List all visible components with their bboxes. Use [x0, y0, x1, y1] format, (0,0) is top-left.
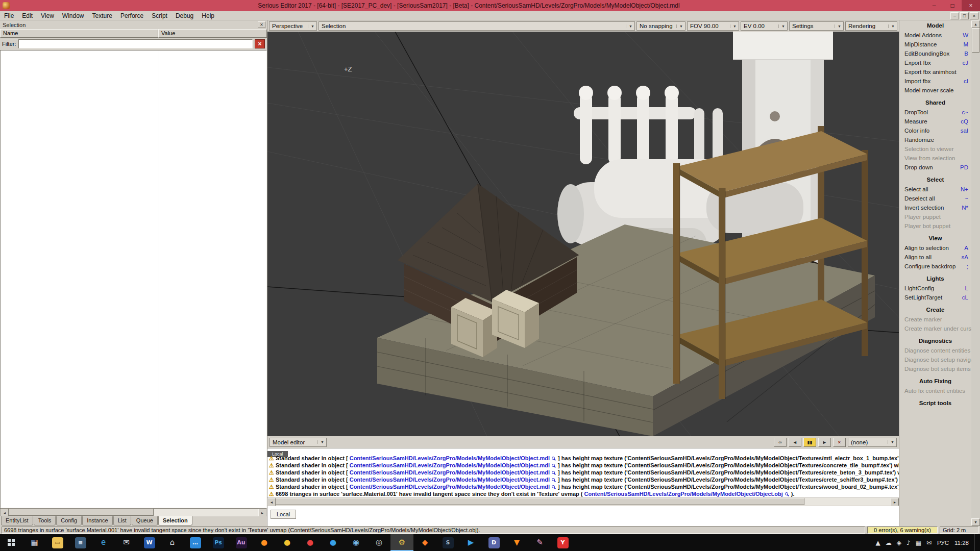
- chrome-icon[interactable]: ●: [276, 534, 299, 551]
- tab-selection[interactable]: Selection: [158, 516, 192, 525]
- log-line[interactable]: ⚠Standard shader in object [Content/Seri…: [267, 476, 899, 483]
- rendering-dropdown[interactable]: Rendering▼: [845, 21, 897, 31]
- task-view-icon[interactable]: ▦: [23, 534, 46, 551]
- rp-item-deselect-all[interactable]: Deselect all~: [899, 194, 971, 203]
- viewport-3d[interactable]: +Z: [267, 32, 899, 436]
- property-list[interactable]: [0, 50, 267, 508]
- log-link[interactable]: Content/SeriousSamHD/Levels/ZorgPro/Mode…: [350, 469, 550, 476]
- column-splitter[interactable]: [159, 51, 159, 508]
- settings-dropdown[interactable]: Settings▼: [789, 21, 844, 31]
- log-link[interactable]: Content/SeriousSamHD/Levels/ZorgPro/Mode…: [350, 462, 550, 469]
- menu-item-file[interactable]: File: [0, 12, 18, 20]
- hidden-icons-icon[interactable]: ▲: [875, 539, 880, 546]
- rp-item-model-mover-scale[interactable]: Model mover scale: [899, 86, 971, 95]
- messenger-icon[interactable]: …: [184, 534, 207, 551]
- log-link[interactable]: Content/SeriousSamHD/Levels/ZorgPro/Mode…: [350, 476, 550, 483]
- close-button[interactable]: ×: [962, 0, 980, 11]
- mdi-minimize-button[interactable]: –: [950, 12, 959, 19]
- log-link[interactable]: Content/SeriousSamHD/Levels/ZorgPro/Mode…: [350, 483, 550, 490]
- selection-mode-dropdown[interactable]: Selection▼: [318, 21, 635, 31]
- maximize-button[interactable]: □: [943, 0, 962, 11]
- mdi-maximize-button[interactable]: □: [960, 12, 969, 19]
- menu-item-edit[interactable]: Edit: [18, 12, 37, 20]
- menu-item-script[interactable]: Script: [148, 12, 172, 20]
- scroll-thumb[interactable]: [972, 28, 979, 53]
- filter-clear-button[interactable]: ×: [255, 39, 265, 48]
- start-button[interactable]: [0, 534, 23, 551]
- menu-item-window[interactable]: Window: [58, 12, 88, 20]
- rp-item-mipdistance[interactable]: MipDistanceM: [899, 40, 971, 49]
- menu-item-view[interactable]: View: [37, 12, 58, 20]
- discord-icon[interactable]: D: [482, 534, 505, 551]
- onedrive-icon[interactable]: ☁: [886, 539, 892, 546]
- rp-item-export-fbx[interactable]: Export fbxcJ: [899, 58, 971, 67]
- scroll-right-icon[interactable]: ►: [258, 509, 266, 517]
- notepad-icon[interactable]: ≡: [69, 534, 92, 551]
- edge-browser-icon[interactable]: e: [92, 534, 115, 551]
- log-link[interactable]: Content/SeriousSamHD/Levels/ZorgPro/Mode…: [350, 455, 550, 462]
- stop-button[interactable]: ×: [833, 438, 846, 447]
- rp-item-configure-backdrop[interactable]: Configure backdrop;: [899, 262, 971, 271]
- word-icon[interactable]: W: [138, 534, 161, 551]
- mail-icon[interactable]: ✉: [115, 534, 138, 551]
- loop-toggle-button[interactable]: ∞: [774, 438, 787, 447]
- opera-icon[interactable]: ●: [299, 534, 322, 551]
- rp-item-color-info[interactable]: Color infosaI: [899, 126, 971, 135]
- rp-item-model-addons[interactable]: Model AddonsW: [899, 31, 971, 40]
- animation-dropdown[interactable]: (none)▼: [848, 438, 897, 447]
- tab-queue[interactable]: Queue: [132, 516, 158, 525]
- log-link[interactable]: Content/SeriousSamHD/Levels/ZorgPro/Mode…: [584, 490, 782, 497]
- play-backward-button[interactable]: ◄: [789, 438, 801, 447]
- antivirus-icon[interactable]: ◈: [897, 539, 901, 546]
- menu-item-texture[interactable]: Texture: [88, 12, 116, 20]
- camera-icon[interactable]: ◉: [345, 534, 368, 551]
- filter-input[interactable]: [18, 39, 253, 48]
- panel-close-icon[interactable]: ×: [258, 21, 265, 28]
- log-line[interactable]: ⚠Standard shader in object [Content/Seri…: [267, 455, 899, 462]
- scroll-right-icon[interactable]: ►: [891, 498, 899, 506]
- menu-item-debug[interactable]: Debug: [172, 12, 198, 20]
- blender-icon[interactable]: ◆: [413, 534, 436, 551]
- tab-list[interactable]: List: [113, 516, 131, 525]
- scroll-left-icon[interactable]: ◄: [267, 498, 276, 506]
- editor-mode-dropdown[interactable]: Model editor▼: [270, 438, 327, 447]
- rp-item-lightconfig[interactable]: LightConfigL: [899, 284, 971, 293]
- serious-editor-icon[interactable]: ⚙: [390, 534, 413, 551]
- rp-item-invert-selection[interactable]: Invert selectionN*: [899, 203, 971, 212]
- scroll-thumb[interactable]: [9, 509, 154, 516]
- scroll-down-icon[interactable]: ▼: [971, 518, 980, 526]
- rp-item-select-all[interactable]: Select allN+: [899, 185, 971, 194]
- tab-tools[interactable]: Tools: [34, 516, 56, 525]
- steam-icon[interactable]: S: [436, 534, 459, 551]
- log-tab-local[interactable]: Local: [271, 510, 296, 519]
- pause-button[interactable]: ▮▮: [803, 438, 816, 447]
- obs-icon[interactable]: ◎: [368, 534, 390, 551]
- file-explorer-icon[interactable]: ▭: [46, 534, 69, 551]
- home-icon[interactable]: ⌂: [161, 534, 184, 551]
- rp-item-drop-down[interactable]: Drop downPD: [899, 163, 971, 172]
- minimize-button[interactable]: –: [925, 0, 943, 11]
- clock[interactable]: 11:28: [954, 540, 969, 546]
- play-button[interactable]: ►: [818, 438, 831, 447]
- tab-entitylist[interactable]: EntityList: [1, 516, 33, 525]
- log-line[interactable]: ⚠Standard shader in object [Content/Seri…: [267, 462, 899, 469]
- safari-icon[interactable]: ●: [322, 534, 345, 551]
- menu-item-help[interactable]: Help: [198, 12, 218, 20]
- snapping-dropdown[interactable]: No snapping▼: [636, 21, 685, 31]
- rp-item-export-fbx-animhost[interactable]: Export fbx animhost: [899, 67, 971, 77]
- scroll-up-icon[interactable]: ▲: [971, 20, 980, 28]
- rp-item-randomize[interactable]: Randomize: [899, 135, 971, 144]
- show-desktop-button[interactable]: [974, 534, 977, 551]
- scroll-thumb[interactable]: [276, 498, 804, 505]
- vlc-icon[interactable]: ▼: [505, 534, 528, 551]
- firefox-icon[interactable]: ●: [253, 534, 276, 551]
- rp-item-measure[interactable]: MeasurecQ: [899, 117, 971, 126]
- language-indicator[interactable]: РУС: [937, 540, 949, 546]
- column-value[interactable]: Value: [158, 29, 267, 38]
- column-name[interactable]: Name: [0, 29, 158, 38]
- volume-icon[interactable]: ♪: [906, 539, 911, 546]
- rp-item-align-to-selection[interactable]: Align to selectionA: [899, 243, 971, 253]
- mdi-close-button[interactable]: ×: [970, 12, 978, 19]
- yandex-browser-icon[interactable]: Y: [551, 534, 574, 551]
- tab-config[interactable]: Config: [56, 516, 82, 525]
